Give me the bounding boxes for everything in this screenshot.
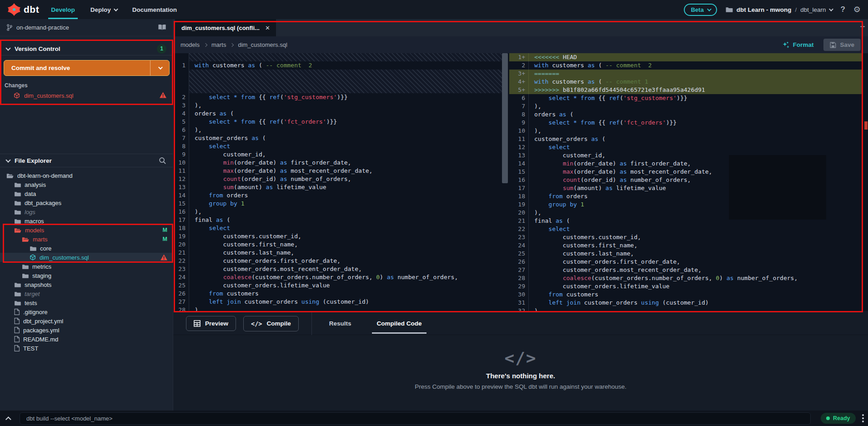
- explorer-item-dbt-project-yml[interactable]: dbt_project.yml: [0, 316, 173, 326]
- project-name[interactable]: dbt Learn - mwong: [737, 6, 792, 13]
- code-line: 10 min(order_date) as first_order_date,: [173, 159, 502, 167]
- code-line: 23 customers.customer_id,: [509, 233, 862, 241]
- folder-icon: [14, 300, 21, 306]
- branch-selector[interactable]: on-demand-practice: [0, 19, 173, 36]
- divider: [311, 312, 312, 335]
- explorer-item-models[interactable]: modelsM: [0, 226, 173, 235]
- explorer-item--gitignore[interactable]: .gitignore: [0, 307, 173, 316]
- line-number: 26: [509, 258, 528, 266]
- breadcrumb-marts[interactable]: marts: [211, 41, 226, 48]
- green-dot-icon: [826, 416, 830, 420]
- kebab-menu-icon[interactable]: [862, 414, 864, 422]
- close-icon[interactable]: ✕: [265, 25, 270, 31]
- line-number: 13: [173, 183, 189, 191]
- command-input[interactable]: [20, 412, 811, 425]
- code-line: 11 max(order_date) as most_recent_order_…: [173, 167, 502, 175]
- explorer-item-analysis[interactable]: analysis: [0, 180, 173, 189]
- dbt-logo[interactable]: dbt: [0, 3, 51, 16]
- explorer-item-core[interactable]: core: [0, 244, 173, 253]
- code-line: 4orders as (: [173, 110, 502, 118]
- empty-state-subtitle: Press Compile above to preview the SQL d…: [173, 383, 868, 390]
- save-button[interactable]: Save: [823, 39, 861, 51]
- explorer-item-dbt-learn-on-demand[interactable]: dbt-learn-on-demand: [0, 171, 173, 180]
- folder-icon: [30, 246, 36, 251]
- code-line: 1+<<<<<<< HEAD: [509, 53, 862, 61]
- explorer-item-label: tests: [25, 300, 37, 306]
- code-line: 12 select: [509, 143, 862, 151]
- version-control-header[interactable]: Version Control 1: [0, 43, 173, 55]
- line-number: 28: [173, 306, 189, 311]
- left-pane-scrollbar[interactable]: [502, 53, 508, 183]
- compile-button[interactable]: </> Compile: [243, 316, 299, 331]
- code-line: 23 customer_orders.most_recent_order_dat…: [173, 265, 502, 273]
- explorer-item-packages-yml[interactable]: packages.yml: [0, 326, 173, 335]
- beta-dropdown[interactable]: Beta: [684, 4, 717, 16]
- search-icon[interactable]: [159, 157, 166, 165]
- folder-icon: [22, 273, 29, 279]
- breadcrumb-models[interactable]: models: [181, 41, 200, 48]
- code-line: 11customer_orders as (: [509, 135, 862, 143]
- explorer-item-readme-md[interactable]: README.md: [0, 335, 173, 344]
- conflict-warning-icon: [161, 254, 167, 261]
- explorer-item-dim-customers-sql[interactable]: dim_customers.sql: [0, 253, 173, 262]
- explorer-item-label: TEST: [23, 345, 38, 352]
- book-icon[interactable]: [158, 24, 166, 31]
- format-button[interactable]: Format: [782, 41, 814, 49]
- explorer-item-marts[interactable]: martsM: [0, 235, 173, 244]
- code-line: 2 select * from {{ ref('stg_customers')}…: [173, 93, 502, 101]
- explorer-item-data[interactable]: data: [0, 189, 173, 198]
- folder-icon: [14, 191, 21, 197]
- line-number: 32: [509, 307, 528, 311]
- new-tab-button[interactable]: +: [860, 22, 865, 32]
- preview-button[interactable]: Preview: [186, 316, 236, 331]
- breadcrumb-file[interactable]: dim_customers.sql: [238, 41, 287, 48]
- explorer-item-test[interactable]: TEST: [0, 344, 173, 353]
- ready-status-badge: Ready: [821, 413, 856, 424]
- line-number: 15: [173, 200, 189, 208]
- explorer-item-snapshots[interactable]: snapshots: [0, 280, 173, 289]
- explorer-item-target[interactable]: target: [0, 289, 173, 298]
- explorer-item-macros[interactable]: macros: [0, 216, 173, 226]
- nav-deploy[interactable]: Deploy: [90, 0, 117, 19]
- explorer-item-staging[interactable]: staging: [0, 271, 173, 280]
- code-line: 14 from orders: [173, 191, 502, 200]
- line-number: 10: [509, 127, 528, 135]
- line-number: 17: [509, 184, 528, 192]
- sparkles-icon: [782, 41, 789, 49]
- conflict-warning-icon: [160, 92, 166, 100]
- tab-results[interactable]: Results: [325, 312, 356, 335]
- navbar-right: Beta dbt Learn - mwong / dbt_learn ? ⚙: [684, 4, 868, 16]
- line-number: 27: [173, 298, 189, 306]
- commit-options-dropdown[interactable]: [150, 60, 169, 75]
- explorer-item-tests[interactable]: tests: [0, 298, 173, 307]
- line-number: 16: [509, 176, 528, 184]
- divider: [0, 167, 173, 167]
- explorer-item-logs[interactable]: logs: [0, 207, 173, 216]
- changed-file-row[interactable]: dim_customers.sql: [0, 90, 173, 101]
- chevron-down-icon: [5, 157, 10, 162]
- explorer-item-dbt-packages[interactable]: dbt_packages: [0, 198, 173, 207]
- line-number: 29: [509, 282, 528, 291]
- logo-text: dbt: [24, 4, 39, 15]
- environment-dropdown[interactable]: dbt_learn: [800, 6, 832, 13]
- model-cube-icon: [14, 92, 20, 99]
- folder-icon: [14, 209, 21, 215]
- line-number: 30: [509, 291, 528, 299]
- tab-compiled-code[interactable]: Compiled Code: [372, 312, 426, 335]
- line-number: 3+: [509, 70, 528, 78]
- code-line: 29 customer_orders.lifetime_value: [509, 282, 862, 291]
- empty-state: </> There's nothing here. Press Compile …: [173, 349, 868, 390]
- gear-icon[interactable]: ⚙: [853, 5, 861, 14]
- tab-dim-customers[interactable]: dim_customers.sql (confli... ✕: [175, 19, 276, 36]
- code-editor-left[interactable]: 1with customers as ( -- comment 22 selec…: [173, 53, 502, 311]
- chevron-up-icon[interactable]: [5, 416, 11, 422]
- help-icon[interactable]: ?: [840, 5, 845, 14]
- nav-documentation[interactable]: Documentation: [132, 0, 177, 19]
- line-number: 5+: [509, 86, 528, 94]
- line-number: 9: [509, 119, 528, 127]
- explorer-item-label: analysis: [25, 181, 46, 188]
- commit-and-resolve-button[interactable]: Commit and resolve: [4, 60, 170, 76]
- nav-develop[interactable]: Develop: [51, 0, 75, 19]
- explorer-item-metrics[interactable]: metrics: [0, 262, 173, 271]
- file-explorer-header[interactable]: File Explorer: [0, 154, 173, 167]
